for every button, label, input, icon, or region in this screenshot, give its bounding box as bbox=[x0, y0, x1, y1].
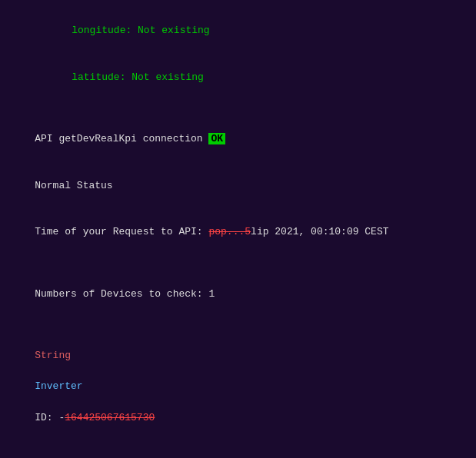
devices-line: Numbers of Devices to check: 1 bbox=[11, 270, 465, 317]
inv-status-line: Inverter status: Standby: No sunlight bbox=[11, 441, 465, 458]
id-prefix: ID: - bbox=[35, 412, 65, 423]
blank-line-1 bbox=[11, 101, 465, 116]
string-keyword: String bbox=[35, 350, 71, 361]
latitude-line: latitude: Not existing bbox=[11, 54, 465, 100]
api-line: API getDevRealKpi connection OK bbox=[11, 116, 465, 162]
ok-badge: OK bbox=[208, 133, 225, 144]
blank-line-3 bbox=[11, 317, 465, 333]
time-value: lip 2021, 00:10:09 CEST bbox=[251, 226, 388, 237]
time-redacted: pop...5 bbox=[208, 226, 251, 237]
inverter-id-line: String Inverter ID: -164425067615730 bbox=[11, 333, 465, 441]
normal-status-text: Normal Status bbox=[35, 180, 112, 191]
longitude-line: longitude: Not existing bbox=[11, 8, 465, 54]
inverter-label: Inverter bbox=[35, 380, 82, 392]
blank-line-2 bbox=[11, 255, 465, 270]
inverter-id: 164425067615730 bbox=[65, 412, 155, 423]
time-prefix: Time of your Request to API: bbox=[35, 226, 208, 237]
time-line: Time of your Request to API: pop...5lip … bbox=[11, 209, 465, 255]
devices-text: Numbers of Devices to check: 1 bbox=[35, 288, 215, 300]
terminal: longitude: Not existing latitude: Not ex… bbox=[11, 8, 465, 458]
normal-status-line: Normal Status bbox=[11, 162, 465, 208]
longitude-text: longitude: Not existing bbox=[35, 25, 209, 36]
latitude-text: latitude: Not existing bbox=[35, 71, 204, 83]
api-text: API getDevRealKpi connection bbox=[35, 133, 208, 144]
